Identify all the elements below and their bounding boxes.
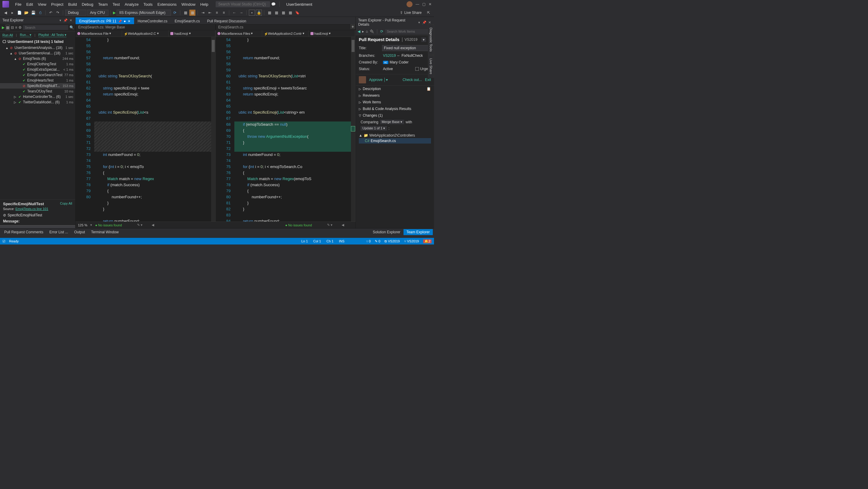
menu-help[interactable]: Help — [198, 1, 211, 7]
test-tree-row[interactable]: ▲⊘UserSentimentAnal... (18)1 sec — [0, 51, 75, 56]
nav-class-right[interactable]: ⚡WebApplication2.Contr ▾ — [262, 30, 309, 36]
menu-project[interactable]: Project — [49, 1, 65, 7]
exit-button[interactable]: Exit — [425, 78, 431, 82]
arrow-right-icon[interactable]: → — [238, 10, 244, 16]
approve-button[interactable]: Approve │▾ — [369, 78, 388, 82]
menu-view[interactable]: View — [35, 1, 49, 7]
bottom-tab[interactable]: Solution Explorer — [370, 229, 403, 235]
code-editor-left[interactable]: 5455565758596061626364656667686970717273… — [75, 37, 215, 222]
close-icon[interactable]: ✕ — [427, 20, 432, 25]
status-repo[interactable]: ⧉ VS2019 — [384, 239, 400, 243]
forward-button[interactable]: ▸ — [9, 10, 16, 16]
expander-icon[interactable]: ▲ — [10, 52, 13, 55]
live-share-button[interactable]: ⇪Live Share — [397, 10, 425, 15]
document-tab[interactable]: EmojiSearch.cs: PR 11📌●✕ — [75, 18, 134, 24]
bottom-tab[interactable]: Error List ... — [46, 229, 71, 235]
work-items-search[interactable] — [385, 29, 430, 34]
status-upload[interactable]: ↑ 0 — [366, 239, 371, 243]
section-description[interactable]: ▷Description📋 — [356, 86, 434, 92]
run-target-dropdown[interactable]: IIS Express (Microsoft Edge) — [117, 10, 171, 16]
pin-icon[interactable]: 📌 — [118, 20, 122, 23]
run-icon[interactable]: ▶ — [2, 25, 4, 30]
issues-status-right[interactable]: ●No issues found — [285, 223, 312, 227]
save-all-icon[interactable]: ⎙ — [37, 10, 43, 16]
side-tab-diagnostics[interactable]: Diagnostic Tools — [428, 24, 434, 55]
expander-icon[interactable]: ▷ — [14, 100, 18, 104]
vs-search-input[interactable] — [216, 1, 270, 7]
tool-icon[interactable]: ▦ — [189, 10, 195, 16]
nav-class-left[interactable]: ⚡WebApplication2.C ▾ — [122, 30, 168, 36]
step-icon[interactable]: ⇤ — [207, 10, 213, 16]
maximize-button[interactable]: ▢ — [422, 2, 426, 6]
dropdown-icon[interactable]: ▾ — [417, 20, 422, 25]
close-icon[interactable]: ✕ — [68, 18, 73, 22]
test-source-link[interactable]: EmojiTests.cs line 101 — [16, 207, 48, 211]
run-menu-link[interactable]: Run... ▾ — [20, 33, 31, 37]
tool-icon[interactable]: ▦ — [182, 10, 188, 16]
scrollbar-horizontal[interactable] — [0, 225, 75, 228]
lock-icon[interactable]: 🔒 — [256, 10, 262, 16]
search-icon[interactable]: 🔍 — [69, 25, 74, 30]
undo-icon[interactable]: ↶ — [48, 10, 54, 16]
test-search-input[interactable] — [23, 25, 68, 30]
tool-icon[interactable]: ▦ — [273, 10, 279, 16]
menu-team[interactable]: Team — [96, 1, 110, 7]
test-tree-row[interactable]: ✔EmojiHeartsTest1 ms — [0, 78, 75, 83]
expander-icon[interactable]: ▲ — [5, 46, 9, 50]
share-icon[interactable]: ⇱ — [426, 10, 432, 16]
bottom-tab[interactable]: Team Explorer — [403, 229, 433, 235]
refresh-icon[interactable]: ⟳ — [172, 10, 178, 16]
nav-project-left[interactable]: Miscellaneous File ▾ — [75, 30, 122, 36]
group-icon[interactable]: ▦ — [6, 25, 10, 30]
test-tree-row[interactable]: ▲⊘UserSentimentAnalysis... (18)1 sec — [0, 45, 75, 51]
pr-title-input[interactable] — [382, 45, 431, 51]
box-icon[interactable]: ▪ — [249, 10, 255, 16]
tool-icon[interactable]: ▦ — [280, 10, 286, 16]
feedback-icon[interactable]: 💬 — [271, 2, 276, 6]
section-changes[interactable]: ▽Changes (1) — [356, 112, 434, 119]
comment-icon[interactable]: ≡ — [214, 10, 220, 16]
playlist-link[interactable]: Playlist : All Tests ▾ — [38, 33, 66, 37]
side-tab-liveshare[interactable]: Live Share — [428, 55, 434, 78]
bottom-tab[interactable]: Terminal Window — [88, 229, 121, 235]
status-edit[interactable]: ✎ 0 — [375, 239, 380, 243]
close-button[interactable]: ✕ — [429, 2, 432, 6]
settings-icon[interactable]: ⚙ — [19, 25, 22, 30]
bottom-tab[interactable]: Output — [71, 229, 88, 235]
dropdown-icon[interactable]: ▾ — [58, 18, 63, 22]
minimize-button[interactable]: — — [415, 2, 419, 6]
menu-window[interactable]: Window — [179, 1, 198, 7]
checkout-button[interactable]: Check out... — [403, 78, 422, 82]
bookmark-icon[interactable]: 🔖 — [294, 10, 300, 16]
save-icon[interactable]: 💾 — [30, 10, 36, 16]
tool-icon[interactable]: ▦ — [287, 10, 293, 16]
run-all-link[interactable]: Run All — [2, 33, 13, 37]
menu-tools[interactable]: Tools — [141, 1, 155, 7]
copy-all-link[interactable]: Copy All — [60, 202, 72, 205]
nav-member-right[interactable]: hasEmoji ▾ — [309, 30, 355, 36]
close-icon[interactable]: ✕ — [128, 19, 130, 23]
update-dropdown[interactable]: Update 1 of 1 ▾ — [361, 126, 387, 131]
code-editor-right[interactable]: 5455565758596061626364656667686970717273… — [216, 37, 355, 222]
step-icon[interactable]: ⇥ — [200, 10, 206, 16]
arrow-left-icon[interactable]: ← — [231, 10, 238, 16]
test-tree-row[interactable]: ✔EmojiClothingTest1 ms — [0, 61, 75, 67]
plug-icon[interactable]: 🔌 — [370, 29, 374, 34]
menu-file[interactable]: File — [13, 1, 24, 7]
test-tree-row[interactable]: ✔EmojiExtraSpecial...< 1 ms — [0, 67, 75, 72]
back-icon[interactable]: ◀ — [358, 29, 360, 34]
menu-debug[interactable]: Debug — [80, 1, 96, 7]
issues-status-left[interactable]: ●No issues found — [95, 223, 122, 227]
compare-mode-dropdown[interactable]: Merge Base ▾ — [380, 120, 404, 124]
section-reviewers[interactable]: ▷Reviewers — [356, 92, 434, 99]
nav-dropdown[interactable]: ▾ — [421, 37, 426, 42]
back-button[interactable]: ◀ — [2, 10, 8, 16]
menu-edit[interactable]: Edit — [24, 1, 35, 7]
document-tab[interactable]: HomeController.cs — [134, 18, 171, 24]
file-row[interactable]: C#EmojiSearch.cs — [359, 138, 431, 144]
expander-icon[interactable]: ▷ — [14, 95, 18, 98]
expander-icon[interactable]: ▲ — [14, 57, 18, 60]
section-work-items[interactable]: ▷Work Items — [356, 99, 434, 106]
section-build-results[interactable]: ▷Build & Code Analysis Results — [356, 106, 434, 112]
forward-icon[interactable]: ▸ — [362, 29, 364, 34]
